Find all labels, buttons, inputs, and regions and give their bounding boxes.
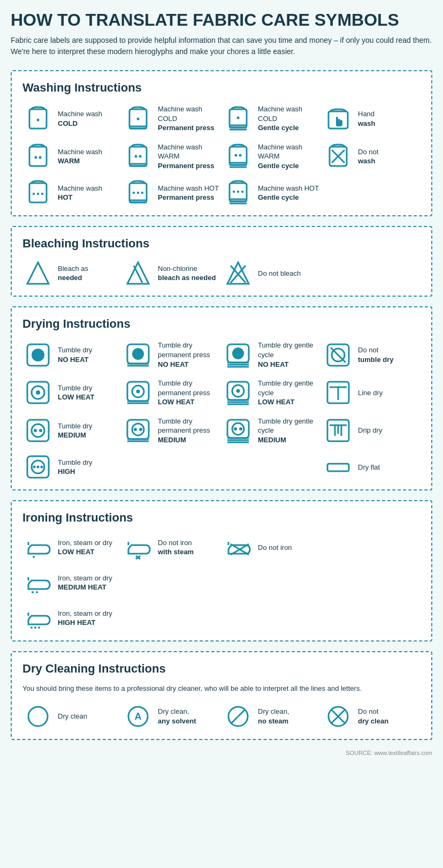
list-item: Do notdry clean <box>323 701 421 731</box>
svg-point-79 <box>139 428 142 431</box>
list-item-empty <box>123 452 220 482</box>
dry-flat-icon <box>324 454 353 480</box>
wash-hot-gentle-icon <box>224 180 253 206</box>
svg-point-15 <box>239 154 242 157</box>
drycleaning-section: Dry Cleaning Instructions You should bri… <box>11 651 432 740</box>
wash-warm-gentle-text: Machine wash WARMGentle cycle <box>258 142 319 171</box>
dry-clean-text: Dry clean <box>58 712 87 721</box>
svg-point-24 <box>133 192 135 194</box>
drip-dry-text: Drip dry <box>358 426 383 435</box>
svg-point-29 <box>233 191 235 193</box>
svg-point-42 <box>32 349 44 361</box>
list-item: Machine wash WARMPermanent press <box>123 140 220 173</box>
wash-cold-perm-text: Machine wash COLDPermanent press <box>158 104 219 133</box>
non-chlorine-bleach-icon <box>124 260 152 286</box>
list-item: Do not ironwith steam <box>123 532 220 562</box>
list-item: Non-chlorinebleach as needed <box>123 258 220 288</box>
wash-warm-perm-text: Machine wash WARMPermanent press <box>158 142 219 171</box>
tumble-gentle-no-heat-icon <box>224 342 253 368</box>
list-item: Dry flat <box>323 452 421 482</box>
list-item: Tumble dryMEDIUM <box>22 414 120 447</box>
washing-grid: Machine washCOLD Machine wash COLDPerman… <box>22 102 421 208</box>
drip-dry-icon <box>324 418 353 443</box>
line-dry-icon <box>324 380 353 405</box>
list-item: Tumble dry permanent pressNO HEAT <box>123 338 220 371</box>
wash-hot-perm-icon <box>124 180 152 206</box>
list-item: Machine wash HOTGentle cycle <box>223 178 320 208</box>
svg-point-22 <box>37 193 39 195</box>
svg-point-11 <box>139 155 142 158</box>
tumble-perm-no-heat-text: Tumble dry permanent pressNO HEAT <box>158 341 219 369</box>
non-chlorine-bleach-text: Non-chlorinebleach as needed <box>158 264 216 283</box>
hand-wash-icon <box>324 106 353 132</box>
list-item: A Dry clean,any solvent <box>123 701 220 731</box>
svg-rect-99 <box>327 464 349 471</box>
svg-point-96 <box>33 466 36 469</box>
svg-point-110 <box>36 591 38 593</box>
iron-low-text: Iron, steam or dryLOW HEAT <box>58 538 112 557</box>
svg-point-44 <box>132 348 144 360</box>
bleaching-title: Bleaching Instructions <box>22 237 421 251</box>
wash-cold-gentle-icon <box>224 106 253 132</box>
wash-hot-gentle-text: Machine wash HOTGentle cycle <box>258 184 319 202</box>
do-not-iron-steam-icon <box>124 534 152 560</box>
svg-point-109 <box>32 591 34 593</box>
svg-point-65 <box>236 389 240 393</box>
list-item: Tumble dryLOW HEAT <box>22 376 120 409</box>
tumble-high-icon <box>24 454 52 480</box>
tumble-gentle-medium-icon <box>224 418 253 443</box>
ironing-section: Ironing Instructions Iron, steam or dryL… <box>11 500 432 641</box>
drying-section: Drying Instructions Tumble dryNO HEAT <box>11 306 432 490</box>
tumble-perm-low-heat-icon <box>124 380 152 405</box>
list-item: Tumble dry permanent pressLOW HEAT <box>123 376 220 409</box>
list-item: Tumble dryHIGH <box>22 452 120 482</box>
tumble-gentle-medium-text: Tumble dry gentle cycleMEDIUM <box>258 417 319 445</box>
wash-warm-perm-icon <box>124 144 152 169</box>
svg-point-21 <box>33 193 35 195</box>
svg-point-73 <box>32 424 44 437</box>
ironing-grid: Iron, steam or dryLOW HEAT Do not ironwi… <box>22 532 421 633</box>
list-item-empty <box>223 568 320 598</box>
tumble-low-heat-icon <box>24 380 52 405</box>
list-item: Machine washCOLD <box>22 102 120 135</box>
svg-point-101 <box>33 556 35 558</box>
iron-low-icon <box>24 534 52 560</box>
tumble-perm-medium-icon <box>124 418 152 443</box>
tumble-gentle-no-heat-text: Tumble dry gentle cycleNO HEAT <box>258 341 319 369</box>
do-not-tumble-text: Do nottumble dry <box>358 345 393 364</box>
svg-point-112 <box>30 627 33 629</box>
bleaching-section: Bleaching Instructions Bleach asneeded <box>11 226 432 297</box>
svg-rect-72 <box>27 420 49 441</box>
do-not-wash-text: Do notwash <box>358 147 378 166</box>
page-subtitle: Fabric care labels are supposed to provi… <box>11 35 432 57</box>
dry-clean-no-steam-text: Dry clean,no steam <box>258 707 289 726</box>
svg-point-23 <box>41 193 43 195</box>
do-not-bleach-text: Do not bleach <box>258 269 301 278</box>
do-not-dry-clean-icon <box>324 704 353 729</box>
svg-point-14 <box>235 154 238 157</box>
iron-medium-icon <box>24 570 52 595</box>
tumble-gentle-low-heat-text: Tumble dry gentle cycleLOW HEAT <box>258 379 319 407</box>
tumble-perm-no-heat-icon <box>124 342 152 368</box>
svg-rect-76 <box>127 420 149 439</box>
list-item: Machine washWARM <box>22 140 120 173</box>
wash-hot-text: Machine washHOT <box>58 184 102 202</box>
svg-line-119 <box>232 710 245 723</box>
list-item: Machine wash COLDGentle cycle <box>223 102 320 135</box>
svg-point-9 <box>39 156 42 159</box>
line-dry-text: Line dry <box>358 388 383 398</box>
drying-grid: Tumble dryNO HEAT Tumble dry permanent p… <box>22 338 421 482</box>
list-item: Dry clean <box>22 701 120 731</box>
list-item: Do not bleach <box>223 258 320 288</box>
list-item: Drip dry <box>323 414 421 447</box>
page: HOW TO TRANSLATE FABRIC CARE SYMBOLS Fab… <box>0 0 443 767</box>
list-item-empty <box>323 568 421 598</box>
do-not-iron-steam-text: Do not ironwith steam <box>158 538 194 557</box>
svg-point-57 <box>36 390 40 395</box>
tumble-perm-low-heat-text: Tumble dry permanent pressLOW HEAT <box>158 379 219 407</box>
svg-point-10 <box>135 155 138 158</box>
list-item: Do nottumble dry <box>323 338 421 371</box>
list-item: Iron, steam or dryHIGH HEAT <box>22 603 120 633</box>
list-item: Tumble dry gentle cycleMEDIUM <box>223 414 320 447</box>
svg-point-113 <box>34 627 36 629</box>
